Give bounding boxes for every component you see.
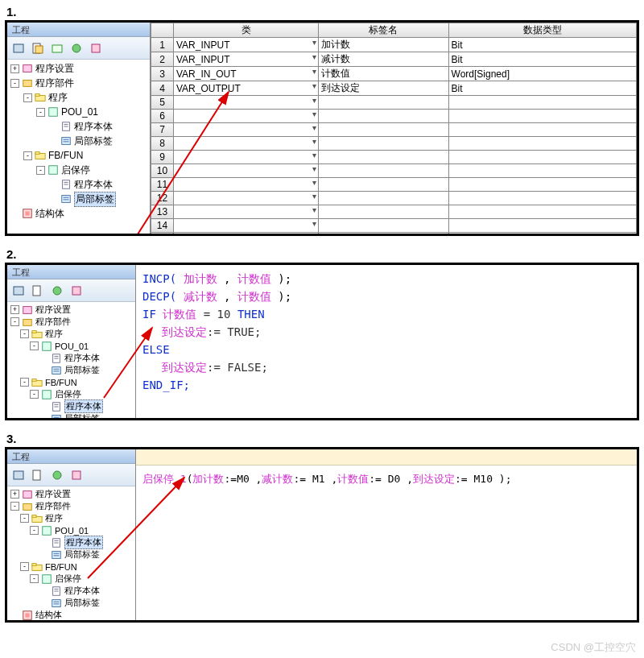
tree-item[interactable]: 结构体: [7, 206, 150, 221]
grid-row[interactable]: 7: [151, 123, 637, 137]
cell-datatype[interactable]: [448, 123, 636, 137]
tree-twisty-icon[interactable]: -: [30, 341, 39, 350]
cell-class[interactable]: [174, 233, 319, 237]
cell-datatype[interactable]: [448, 205, 636, 219]
tree-twisty-icon[interactable]: -: [20, 378, 29, 387]
tool-icon[interactable]: [29, 282, 47, 300]
tree-item[interactable]: -POU_01: [7, 105, 150, 119]
tab-bar[interactable]: [136, 449, 637, 466]
tree-twisty-icon[interactable]: -: [30, 526, 39, 535]
tree-item[interactable]: 局部标签: [7, 192, 150, 206]
project-tree[interactable]: +程序设置-程序部件-程序-POU_01程序本体局部标签-FB/FUN-启保停程…: [7, 486, 135, 623]
tree-item[interactable]: -启保停: [7, 163, 150, 177]
tree-item[interactable]: 局部标签: [7, 412, 135, 420]
tool-icon[interactable]: [68, 466, 85, 484]
cell-tagname[interactable]: [319, 137, 449, 151]
tool-icon-3[interactable]: [48, 39, 66, 57]
tree-item[interactable]: 程序本体: [7, 352, 135, 364]
cell-class[interactable]: [174, 137, 319, 151]
cell-tagname[interactable]: [319, 178, 449, 192]
tree-twisty-icon[interactable]: +: [10, 64, 19, 73]
cell-class[interactable]: [174, 219, 319, 233]
grid-header[interactable]: [151, 23, 174, 38]
code-editor[interactable]: INCP( 加计数 , 计数值 ); DECP( 减计数 , 计数值 ); IF…: [136, 265, 637, 418]
cell-class[interactable]: VAR_INPUT: [174, 38, 319, 52]
grid-header[interactable]: 数据类型: [448, 23, 636, 38]
tree-item[interactable]: -FB/FUN: [7, 148, 150, 163]
tree-twisty-icon[interactable]: -: [20, 562, 29, 571]
cell-tagname[interactable]: [319, 151, 449, 164]
tree-twisty-icon[interactable]: -: [20, 329, 29, 338]
tree-twisty-icon[interactable]: -: [30, 390, 39, 399]
grid-row[interactable]: 2VAR_INPUT减计数Bit: [151, 52, 637, 67]
tree-item[interactable]: 程序本体: [7, 400, 135, 412]
cell-datatype[interactable]: Word[Signed]: [448, 67, 636, 81]
variable-grid[interactable]: 类标签名数据类型1VAR_INPUT加计数Bit2VAR_INPUT减计数Bit…: [151, 23, 637, 236]
tool-icon[interactable]: [48, 466, 66, 484]
tree-item[interactable]: -FB/FUN: [7, 561, 135, 573]
cell-datatype[interactable]: [448, 233, 636, 237]
cell-class[interactable]: [174, 96, 319, 110]
cell-class[interactable]: [174, 151, 319, 164]
tree-twisty-icon[interactable]: -: [23, 93, 32, 102]
cell-datatype[interactable]: Bit: [448, 52, 636, 67]
tree-item[interactable]: 结构体: [7, 609, 135, 621]
tree-item[interactable]: -启保停: [7, 388, 135, 400]
tree-item[interactable]: 局部标签: [7, 548, 135, 561]
grid-row[interactable]: 1VAR_INPUT加计数Bit: [151, 38, 637, 52]
tree-item[interactable]: -程序部件: [7, 500, 135, 512]
tree-item[interactable]: 程序本体: [7, 536, 135, 548]
cell-datatype[interactable]: [448, 137, 636, 151]
grid-header[interactable]: 标签名: [319, 23, 449, 38]
cell-class[interactable]: [174, 110, 319, 123]
cell-tagname[interactable]: 计数值: [319, 67, 449, 81]
tool-icon[interactable]: [29, 466, 47, 484]
cell-datatype[interactable]: [448, 164, 636, 178]
tree-item[interactable]: -程序: [7, 328, 135, 340]
cell-tagname[interactable]: [319, 192, 449, 205]
tree-item[interactable]: -程序: [7, 90, 150, 105]
tree-item[interactable]: 局部标签: [7, 597, 135, 609]
cell-datatype[interactable]: Bit: [448, 81, 636, 96]
cell-tagname[interactable]: 加计数: [319, 38, 449, 52]
cell-tagname[interactable]: [319, 205, 449, 219]
tree-item[interactable]: 局部标签: [7, 134, 150, 148]
tree-twisty-icon[interactable]: -: [30, 574, 39, 583]
tree-twisty-icon[interactable]: -: [20, 514, 29, 523]
tree-twisty-icon[interactable]: +: [10, 490, 19, 499]
cell-class[interactable]: [174, 178, 319, 192]
cell-class[interactable]: VAR_OUTPUT: [174, 81, 319, 96]
cell-tagname[interactable]: 减计数: [319, 52, 449, 67]
tree-item[interactable]: -程序: [7, 512, 135, 524]
tool-icon-5[interactable]: [87, 39, 105, 57]
cell-tagname[interactable]: [319, 110, 449, 123]
cell-datatype[interactable]: Bit: [448, 38, 636, 52]
tool-icon-1[interactable]: [10, 39, 27, 57]
tree-item[interactable]: +程序设置: [7, 488, 135, 500]
cell-tagname[interactable]: 到达设定: [319, 81, 449, 96]
tree-twisty-icon[interactable]: -: [10, 317, 19, 326]
grid-row[interactable]: 15: [151, 233, 637, 237]
cell-class[interactable]: VAR_IN_OUT: [174, 67, 319, 81]
grid-row[interactable]: 4VAR_OUTPUT到达设定Bit: [151, 81, 637, 96]
cell-class[interactable]: [174, 164, 319, 178]
tool-icon-2[interactable]: [29, 39, 47, 57]
cell-tagname[interactable]: [319, 219, 449, 233]
cell-datatype[interactable]: [448, 96, 636, 110]
tree-item[interactable]: -POU_01: [7, 340, 135, 352]
grid-row[interactable]: 11: [151, 178, 637, 192]
code-editor[interactable]: 启保停_1(加计数:=M0 ,减计数:= M1 ,计数值:= D0 ,到达设定:…: [136, 449, 637, 620]
cell-datatype[interactable]: [448, 178, 636, 192]
grid-row[interactable]: 3VAR_IN_OUT计数值Word[Signed]: [151, 67, 637, 81]
grid-header[interactable]: 类: [174, 23, 319, 38]
tree-item[interactable]: -程序部件: [7, 76, 150, 90]
tree-item[interactable]: +程序设置: [7, 304, 135, 316]
cell-tagname[interactable]: [319, 233, 449, 237]
grid-row[interactable]: 8: [151, 137, 637, 151]
cell-class[interactable]: VAR_INPUT: [174, 52, 319, 67]
tree-item[interactable]: 局部标签: [7, 364, 135, 376]
tree-item[interactable]: +程序设置: [7, 61, 150, 76]
tree-item[interactable]: -FB/FUN: [7, 376, 135, 388]
project-tree[interactable]: +程序设置-程序部件-程序-POU_01程序本体局部标签-FB/FUN-启保停程…: [7, 60, 150, 222]
grid-row[interactable]: 6: [151, 110, 637, 123]
